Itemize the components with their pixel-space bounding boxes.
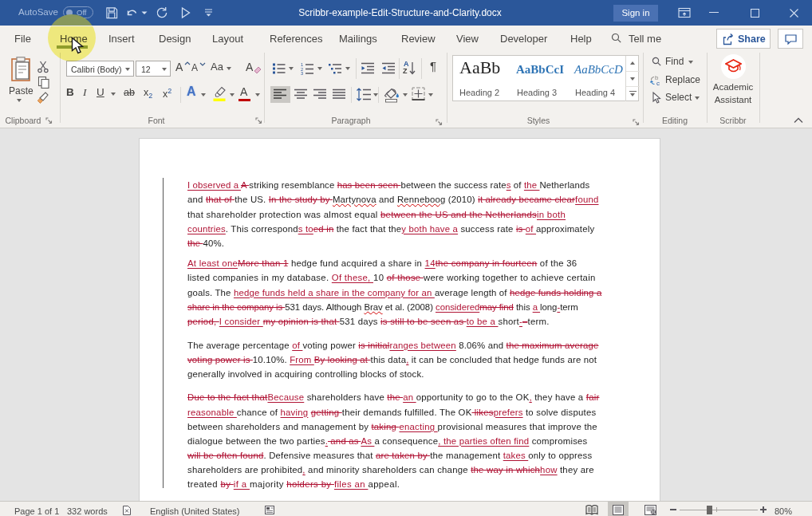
- svg-text:3: 3: [301, 71, 303, 75]
